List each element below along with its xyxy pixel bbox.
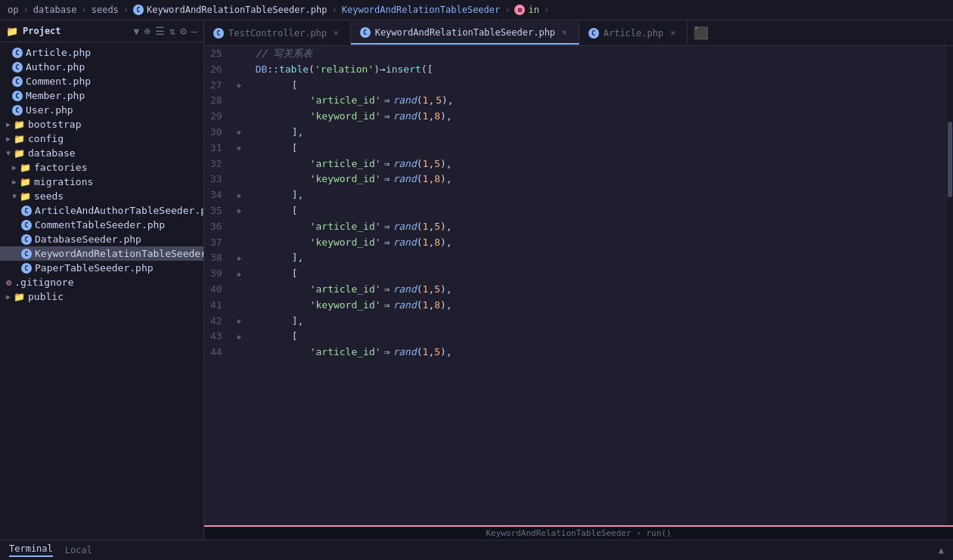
code-line-28: 'article_id' ⇒ rand(1,5),: [253, 93, 941, 109]
sidebar-item-migrations[interactable]: ▶ 📁 migrations: [0, 175, 203, 189]
database-chevron: ▼: [6, 149, 11, 157]
code-line-30: ],: [253, 125, 941, 141]
bc-file-icon: C: [133, 5, 144, 15]
sidebar-item-bootstrap[interactable]: ▶ 📁 bootstrap: [0, 117, 203, 131]
status-text: KeywordAndRelationTableSeeder › run(): [486, 528, 671, 538]
sidebar-collapse-icon[interactable]: ☰: [155, 25, 165, 37]
code-editor[interactable]: 25 26 27 28 29 30 31 32 33 34 35 36 37 3…: [204, 46, 953, 525]
tab-keyword-seeder[interactable]: C KeywordAndRelationTableSeeder.php ✕: [351, 21, 579, 45]
public-folder-icon: 📁: [14, 292, 25, 302]
factories-folder-icon: 📁: [20, 162, 31, 173]
code-line-34: ],: [253, 187, 941, 203]
sidebar-expand-icon[interactable]: ⇅: [169, 25, 175, 37]
test-controller-tab-close[interactable]: ✕: [331, 27, 341, 39]
line26-method: table: [279, 62, 309, 78]
comment-label: Comment.php: [26, 76, 91, 87]
sidebar-item-author[interactable]: C Author.php: [0, 60, 203, 74]
code-line-31: [: [253, 141, 941, 156]
scrollbar-thumb[interactable]: [948, 122, 952, 197]
database-seeder-label: DatabaseSeeder.php: [35, 234, 141, 245]
public-label: public: [28, 291, 64, 302]
sidebar-item-factories[interactable]: ▶ 📁 factories: [0, 160, 203, 175]
factories-label: factories: [34, 162, 87, 173]
user-label: User.php: [26, 104, 73, 116]
bc-database[interactable]: database: [33, 5, 77, 15]
terminal-expand-icon[interactable]: ▲: [939, 545, 944, 555]
bc-sep-4: ›: [332, 5, 337, 15]
bc-sep-1: ›: [23, 5, 28, 15]
gutter: ◆ ◆ ◆ ◆ ◆ ◆ ◆ ◆ ◆: [231, 46, 247, 525]
sidebar-item-gitignore[interactable]: ⚙ .gitignore: [0, 275, 203, 289]
bc-filename[interactable]: KeywordAndRelationTableSeeder.php: [147, 5, 327, 15]
sidebar-item-article[interactable]: C Article.php: [0, 45, 203, 60]
terminal-bar: Terminal Local ▲: [0, 540, 953, 560]
bc-in-label: in: [528, 5, 539, 15]
config-folder-icon: 📁: [14, 134, 25, 144]
public-chevron: ▶: [6, 292, 11, 301]
sidebar-item-database-seeder[interactable]: C DatabaseSeeder.php: [0, 232, 203, 246]
terminal-tab-local[interactable]: Local: [65, 545, 92, 555]
sidebar-item-user[interactable]: C User.php: [0, 103, 203, 117]
sidebar-item-comment[interactable]: C Comment.php: [0, 74, 203, 88]
breadcrumb-bar: op › database › seeds › C KeywordAndRela…: [0, 0, 953, 20]
bc-seeds[interactable]: seeds: [92, 5, 119, 15]
tab-bar: C TestController.php ✕ C KeywordAndRelat…: [204, 20, 953, 46]
tab-extra[interactable]: ⬛: [688, 20, 715, 45]
sidebar-locate-icon[interactable]: ⊕: [144, 25, 150, 37]
code-content: // 写关系表 DB::table('relation')→insert([ […: [247, 46, 947, 525]
sidebar-item-config[interactable]: ▶ 📁 config: [0, 131, 203, 146]
line25-text: // 写关系表: [256, 46, 312, 62]
code-line-43: [: [253, 329, 941, 345]
editor-scrollbar[interactable]: [947, 46, 953, 525]
bootstrap-folder-icon: 📁: [14, 119, 25, 130]
extra-icon: ⬛: [694, 26, 709, 40]
seeds-label: seeds: [34, 190, 64, 202]
article-tab-label: Article.php: [604, 28, 663, 39]
migrations-label: migrations: [34, 176, 93, 187]
sidebar-item-member[interactable]: C Member.php: [0, 88, 203, 103]
line26-db: DB: [256, 62, 268, 78]
sidebar-item-seeds[interactable]: ▼ 📁 seeds: [0, 189, 203, 203]
author-file-icon: C: [12, 62, 23, 73]
keyword-seeder-label: KeywordAndRelationTableSeeder.php: [35, 248, 203, 259]
sidebar-item-paper-seeder[interactable]: C PaperTableSeeder.php: [0, 261, 203, 275]
member-file-icon: C: [12, 91, 23, 101]
keyword-seeder-tab-label: KeywordAndRelationTableSeeder.php: [375, 27, 555, 38]
terminal-tab-terminal[interactable]: Terminal: [9, 543, 53, 557]
code-line-41: 'keyword_id' ⇒ rand(1, 8),: [253, 298, 941, 314]
database-folder-icon: 📁: [14, 148, 25, 159]
sidebar-item-database[interactable]: ▼ 📁 database: [0, 146, 203, 160]
code-line-44: 'article_id' ⇒ rand(1, 5),: [253, 345, 941, 360]
database-seeder-icon: C: [21, 234, 32, 245]
seeds-chevron: ▼: [12, 192, 17, 200]
sidebar-dropdown-icon[interactable]: ▼: [133, 26, 139, 37]
comment-seeder-label: CommentTableSeeder.php: [35, 219, 165, 230]
comment-seeder-icon: C: [21, 220, 32, 230]
code-line-32: 'article_id' ⇒ rand(1, 5),: [253, 156, 941, 172]
bc-sep-6: ›: [544, 5, 549, 15]
sidebar-settings-icon[interactable]: ⚙: [180, 25, 186, 37]
test-controller-tab-icon: C: [213, 28, 224, 39]
tab-article[interactable]: C Article.php ✕: [579, 22, 688, 44]
gitignore-icon: ⚙: [6, 277, 11, 288]
sidebar-header: 📁 Project ▼ ⊕ ☰ ⇅ ⚙ —: [0, 20, 203, 42]
member-label: Member.php: [26, 90, 85, 101]
keyword-seeder-tab-icon: C: [360, 27, 371, 38]
seeds-folder-icon: 📁: [20, 191, 31, 202]
article-author-seeder-icon: C: [21, 206, 32, 216]
sidebar-close-icon[interactable]: —: [191, 25, 197, 37]
code-line-40: 'article_id' ⇒ rand(1, 5),: [253, 282, 941, 298]
article-tab-close[interactable]: ✕: [668, 27, 678, 39]
sidebar-item-article-author-seeder[interactable]: C ArticleAndAuthorTableSeeder.php: [0, 203, 203, 218]
bc-classname: KeywordAndRelationTableSeeder: [342, 5, 501, 15]
sidebar-item-keyword-seeder[interactable]: C KeywordAndRelationTableSeeder.php: [0, 246, 203, 261]
sidebar-title: Project: [23, 26, 129, 36]
sidebar-item-public[interactable]: ▶ 📁 public: [0, 289, 203, 304]
sidebar-item-comment-seeder[interactable]: C CommentTableSeeder.php: [0, 218, 203, 232]
paper-seeder-icon: C: [21, 263, 32, 274]
comment-file-icon: C: [12, 76, 23, 87]
tab-test-controller[interactable]: C TestController.php ✕: [204, 22, 351, 44]
gitignore-label: .gitignore: [14, 277, 73, 288]
keyword-seeder-tab-close[interactable]: ✕: [560, 26, 570, 38]
bc-sep-3: ›: [123, 5, 129, 15]
